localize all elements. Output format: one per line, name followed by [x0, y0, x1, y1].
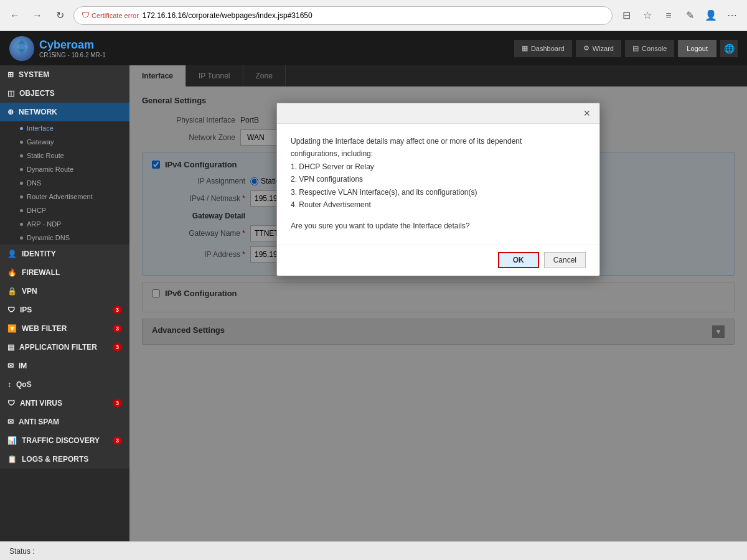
- cert-error: 🛡 Certificate error: [82, 11, 139, 20]
- interface-dot: [20, 127, 23, 130]
- sidebar-sub-dns[interactable]: DNS: [0, 176, 129, 190]
- browser-bar: ← → ↻ 🛡 Certificate error 172.16.16.16/c…: [0, 0, 747, 31]
- dialog-header: ✕: [277, 103, 599, 124]
- globe-button[interactable]: 🌐: [720, 40, 738, 57]
- qos-icon: ↕: [7, 380, 11, 389]
- dialog-question: Are you sure you want to update the Inte…: [291, 220, 586, 232]
- svg-point-2: [16, 44, 28, 49]
- router-adv-label: Router Advertisement: [27, 193, 93, 200]
- main-layout: ⊞ SYSTEM ◫ OBJECTS ⊕ NETWORK Interface G…: [0, 65, 747, 541]
- interface-label: Interface: [27, 124, 54, 132]
- dialog-point1: 1. DHCP Server or Relay: [291, 161, 586, 173]
- sidebar-item-traffic-discovery[interactable]: 📊 TRAFFIC DISCOVERY 3: [0, 431, 129, 450]
- dynamic-route-label: Dynamic Route: [27, 166, 73, 173]
- sidebar-sub-gateway[interactable]: Gateway: [0, 135, 129, 149]
- logo-text: Cyberoam CR15iNG - 10.6.2 MR-1: [39, 39, 106, 58]
- dynamic-route-dot: [20, 168, 23, 171]
- static-route-dot: [20, 154, 23, 157]
- vpn-label: VPN: [22, 287, 37, 296]
- confirmation-dialog: ✕ Updating the Interface details may aff…: [276, 103, 600, 276]
- cancel-button[interactable]: Cancel: [544, 252, 586, 268]
- web-filter-badge: 3: [113, 325, 122, 332]
- status-label: Status :: [9, 547, 35, 556]
- dns-dot: [20, 182, 23, 185]
- sidebar-item-firewall[interactable]: 🔥 FIREWALL: [0, 263, 129, 282]
- sidebar-item-im[interactable]: ✉ IM: [0, 357, 129, 375]
- traffic-discovery-label: TRAFFIC DISCOVERY: [22, 436, 100, 445]
- dashboard-button[interactable]: ▦ Dashboard: [514, 40, 572, 57]
- sidebar-item-anti-virus[interactable]: 🛡 ANTI VIRUS 3: [0, 394, 129, 413]
- profile-button[interactable]: 👤: [702, 7, 720, 24]
- bookmark-button[interactable]: ☆: [639, 7, 656, 24]
- sidebar-sub-dhcp[interactable]: DHCP: [0, 203, 129, 217]
- sidebar-sub-static-route[interactable]: Static Route: [0, 149, 129, 162]
- dialog-message: Updating the Interface details may affec…: [291, 135, 586, 161]
- content-area: Interface IP Tunnel Zone General Setting…: [129, 65, 747, 541]
- status-bar: Status :: [0, 541, 747, 560]
- sidebar-item-identity[interactable]: 👤 IDENTITY: [0, 245, 129, 263]
- traffic-discovery-badge: 3: [113, 437, 122, 444]
- dialog-body: Updating the Interface details may affec…: [277, 124, 599, 244]
- anti-spam-label: ANTI SPAM: [19, 418, 59, 426]
- objects-label: OBJECTS: [19, 89, 55, 98]
- ips-badge: 3: [113, 306, 122, 314]
- wizard-label: Wizard: [593, 45, 614, 52]
- logo-area: Cyberoam CR15iNG - 10.6.2 MR-1: [9, 36, 106, 61]
- sidebar-sub-interface[interactable]: Interface: [0, 121, 129, 135]
- sidebar-sub-dynamic-route[interactable]: Dynamic Route: [0, 162, 129, 176]
- vpn-icon: 🔒: [7, 287, 17, 296]
- ok-button[interactable]: OK: [498, 252, 539, 268]
- dialog-point2: 2. VPN configurations: [291, 173, 586, 185]
- url-text: 172.16.16.16/corporate/webpages/index.js…: [143, 11, 312, 20]
- router-adv-dot: [20, 195, 23, 198]
- edit-button[interactable]: ✎: [681, 7, 698, 24]
- sidebar-item-logs-reports[interactable]: 📋 LOGS & REPORTS: [0, 450, 129, 469]
- wizard-button[interactable]: ⚙ Wizard: [576, 40, 621, 57]
- sidebar-item-anti-spam[interactable]: ✉ ANTI SPAM: [0, 413, 129, 431]
- ips-label: IPS: [20, 306, 32, 314]
- sidebar-item-app-filter[interactable]: ▤ APPLICATION FILTER 3: [0, 338, 129, 357]
- arp-ndp-label: ARP - NDP: [27, 220, 61, 228]
- sidebar-item-vpn[interactable]: 🔒 VPN: [0, 282, 129, 301]
- arp-ndp-dot: [20, 223, 23, 226]
- sidebar-sub-router-adv[interactable]: Router Advertisement: [0, 190, 129, 203]
- dialog-overlay: ✕ Updating the Interface details may aff…: [129, 65, 747, 541]
- sidebar-item-web-filter[interactable]: 🔽 WEB FILTER 3: [0, 319, 129, 338]
- console-button[interactable]: ▤ Console: [625, 40, 674, 57]
- sidebar-item-system[interactable]: ⊞ SYSTEM: [0, 65, 129, 84]
- refresh-button[interactable]: ↻: [51, 7, 68, 24]
- sidebar-item-ips[interactable]: 🛡 IPS 3: [0, 301, 129, 319]
- dialog-close-button[interactable]: ✕: [581, 107, 593, 119]
- menu-button[interactable]: ≡: [660, 7, 677, 24]
- dhcp-label: DHCP: [27, 207, 46, 214]
- sidebar-item-qos[interactable]: ↕ QoS: [0, 375, 129, 394]
- static-route-label: Static Route: [27, 152, 64, 159]
- web-filter-icon: 🔽: [7, 324, 17, 333]
- identity-label: IDENTITY: [22, 250, 56, 258]
- back-button[interactable]: ←: [6, 7, 24, 24]
- firewall-label: FIREWALL: [22, 268, 60, 277]
- logout-button[interactable]: Logout: [678, 40, 716, 57]
- objects-icon: ◫: [7, 89, 14, 98]
- dynamic-dns-dot: [20, 236, 23, 240]
- sidebar: ⊞ SYSTEM ◫ OBJECTS ⊕ NETWORK Interface G…: [0, 65, 129, 541]
- anti-virus-label: ANTI VIRUS: [20, 399, 62, 408]
- sidebar-sub-dynamic-dns[interactable]: Dynamic DNS: [0, 231, 129, 245]
- traffic-discovery-icon: 📊: [7, 436, 17, 445]
- anti-spam-icon: ✉: [7, 418, 14, 426]
- sidebar-item-objects[interactable]: ◫ OBJECTS: [0, 84, 129, 103]
- reader-button[interactable]: ⊟: [618, 7, 635, 24]
- forward-button[interactable]: →: [29, 7, 46, 24]
- top-bar: Cyberoam CR15iNG - 10.6.2 MR-1 ▦ Dashboa…: [0, 31, 747, 65]
- console-label: Console: [642, 45, 667, 52]
- qos-label: QoS: [16, 380, 32, 389]
- dialog-footer: OK Cancel: [277, 244, 599, 276]
- console-icon: ▤: [632, 44, 639, 52]
- anti-virus-icon: 🛡: [7, 399, 15, 408]
- more-button[interactable]: ⋯: [723, 7, 741, 24]
- logs-reports-label: LOGS & REPORTS: [22, 455, 88, 464]
- dashboard-icon: ▦: [522, 44, 528, 52]
- network-label: NETWORK: [19, 108, 57, 116]
- sidebar-item-network[interactable]: ⊕ NETWORK: [0, 103, 129, 121]
- sidebar-sub-arp-ndp[interactable]: ARP - NDP: [0, 217, 129, 231]
